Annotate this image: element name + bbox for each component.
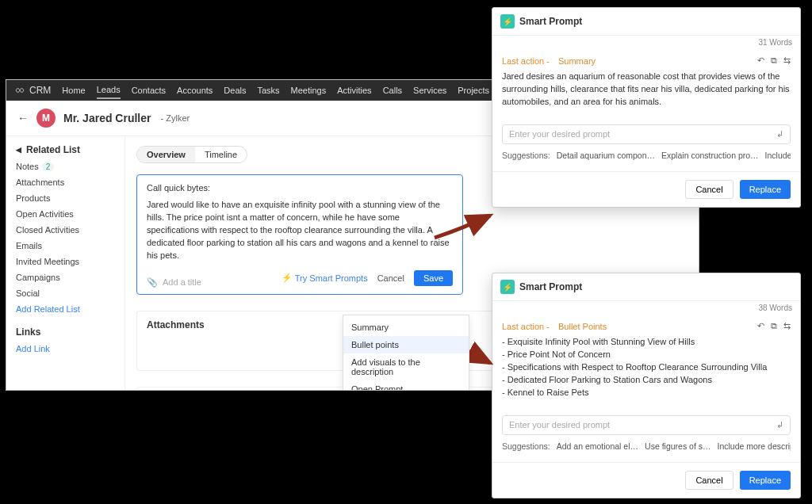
- send-icon[interactable]: ↲: [776, 129, 783, 139]
- tabs: Overview Timeline: [136, 146, 247, 163]
- note-body-text[interactable]: Jared would like to have an exquisite in…: [147, 199, 453, 262]
- try-smart-prompts-button[interactable]: ⚡Try Smart Prompts: [282, 273, 368, 283]
- bullet-1: Exquisite Infinity Pool with Stunning Vi…: [502, 336, 791, 349]
- copy-icon[interactable]: ⧉: [771, 55, 777, 66]
- bullet-2: Price Point Not of Concern: [502, 349, 791, 361]
- note-save-button[interactable]: Save: [414, 270, 453, 286]
- popup2-replace-button[interactable]: Replace: [740, 471, 791, 490]
- nav-meetings[interactable]: Meetings: [291, 86, 327, 95]
- note-editor[interactable]: Call quick bytes: Jared would like to ha…: [136, 174, 463, 295]
- smart-prompt-icon: ⚡: [500, 280, 515, 294]
- popup2-placeholder: Enter your desired prompt: [509, 420, 776, 430]
- sidebar-item-social[interactable]: Social: [16, 288, 115, 298]
- adjust-icon[interactable]: ⇆: [783, 321, 791, 331]
- sugg-3[interactable]: Include more descriptive la…: [718, 441, 791, 451]
- back-arrow-icon[interactable]: ←: [17, 112, 29, 124]
- sugg-1[interactable]: Detail aquarium compon…: [557, 151, 655, 160]
- popup1-prompt-input[interactable]: Enter your desired prompt ↲: [502, 124, 791, 144]
- popup1-placeholder: Enter your desired prompt: [509, 129, 776, 139]
- popup1-last-action: Last action - Summary ↶ ⧉ ⇆: [502, 55, 791, 66]
- sidebar-item-attachments[interactable]: Attachments: [16, 178, 115, 187]
- sugg-3[interactable]: Include a diag…: [765, 151, 791, 160]
- sugg-label: Suggestions:: [502, 441, 550, 451]
- add-related-list-link[interactable]: Add Related List: [16, 304, 115, 314]
- tab-overview[interactable]: Overview: [137, 147, 195, 162]
- popup2-title: Smart Prompt: [519, 281, 582, 292]
- sugg-label: Suggestions:: [502, 151, 550, 160]
- nav-home[interactable]: Home: [62, 86, 85, 95]
- smart-prompt-icon: ⚡: [500, 14, 515, 29]
- infinity-icon: [14, 85, 25, 96]
- undo-icon[interactable]: ↶: [757, 321, 764, 331]
- sugg-2[interactable]: Explain construction pro…: [661, 151, 759, 160]
- popup2-header: ⚡ Smart Prompt: [492, 273, 800, 301]
- bullet-5: Kennel to Raise Pets: [502, 387, 791, 399]
- popup1-header: ⚡ Smart Prompt: [492, 8, 800, 36]
- nav-accounts[interactable]: Accounts: [177, 86, 213, 95]
- smart-prompt-popup-bullets: ⚡ Smart Prompt 38 Words Last action - Bu…: [492, 273, 801, 498]
- undo-icon[interactable]: ↶: [757, 55, 764, 66]
- attach-icon[interactable]: 📎: [147, 277, 158, 288]
- note-title-row: 📎 Add a title: [147, 277, 201, 288]
- sidebar-item-products[interactable]: Products: [16, 193, 115, 203]
- brand: CRM: [14, 85, 51, 96]
- lead-company: - Zylker: [161, 113, 190, 123]
- popup1-replace-button[interactable]: Replace: [740, 180, 791, 199]
- menu-add-visuals[interactable]: Add visuals to the description: [343, 353, 469, 380]
- popup2-cancel-button[interactable]: Cancel: [685, 471, 733, 490]
- sugg-2[interactable]: Use figures of s…: [645, 441, 710, 451]
- related-list-title: ◀Related List: [16, 144, 115, 155]
- sidebar-item-invited-meetings[interactable]: Invited Meetings: [16, 257, 115, 266]
- menu-summary[interactable]: Summary: [343, 319, 469, 336]
- popup1-text: Jared desires an aquarium of reasonable …: [502, 71, 791, 109]
- sparkle-icon: ⚡: [282, 273, 293, 283]
- avatar: M: [36, 109, 56, 128]
- smart-prompt-popup-summary: ⚡ Smart Prompt 31 Words Last action - Su…: [492, 7, 801, 208]
- send-icon[interactable]: ↲: [776, 420, 783, 430]
- popup2-suggestions: Suggestions: Add an emotional el… Use fi…: [502, 441, 791, 451]
- nav-contacts[interactable]: Contacts: [132, 86, 166, 95]
- add-title-placeholder[interactable]: Add a title: [163, 277, 201, 287]
- smart-prompt-menu: Summary Bullet points Add visuals to the…: [343, 315, 469, 391]
- related-list-sidebar: ◀Related List Notes2 Attachments Product…: [6, 136, 125, 389]
- app-name: CRM: [29, 85, 51, 96]
- sidebar-item-closed-activities[interactable]: Closed Activities: [16, 225, 115, 235]
- nav-tasks[interactable]: Tasks: [257, 86, 279, 95]
- sidebar-item-open-activities[interactable]: Open Activities: [16, 209, 115, 219]
- popup2-last-action: Last action - Bullet Points ↶ ⧉ ⇆: [502, 321, 791, 331]
- popup1-cancel-button[interactable]: Cancel: [685, 180, 733, 199]
- popup2-prompt-input[interactable]: Enter your desired prompt ↲: [502, 415, 791, 435]
- sugg-1[interactable]: Add an emotional el…: [557, 441, 638, 451]
- popup1-suggestions: Suggestions: Detail aquarium compon… Exp…: [502, 151, 791, 160]
- popup1-wordcount: 31 Words: [492, 36, 800, 49]
- bullet-3: Specifications with Respect to Rooftop C…: [502, 361, 791, 374]
- copy-icon[interactable]: ⧉: [771, 321, 777, 331]
- nav-leads[interactable]: Leads: [97, 85, 121, 99]
- menu-bullet-points[interactable]: Bullet points: [343, 336, 469, 353]
- nav-calls[interactable]: Calls: [383, 86, 402, 95]
- sidebar-item-emails[interactable]: Emails: [16, 241, 115, 250]
- adjust-icon[interactable]: ⇆: [783, 55, 791, 66]
- nav-deals[interactable]: Deals: [224, 86, 246, 95]
- nav-services[interactable]: Services: [413, 86, 446, 95]
- popup2-wordcount: 38 Words: [492, 301, 800, 315]
- menu-open-prompt[interactable]: Open Prompt: [343, 380, 469, 391]
- links-title: Links: [16, 326, 115, 338]
- nav-activities[interactable]: Activities: [337, 86, 371, 95]
- popup1-title: Smart Prompt: [519, 16, 582, 27]
- bullet-4: Dedicated Floor Parking to Station Cars …: [502, 374, 791, 387]
- nav-projects[interactable]: Projects: [458, 86, 489, 95]
- popup2-text: Exquisite Infinity Pool with Stunning Vi…: [502, 336, 791, 399]
- add-link[interactable]: Add Link: [16, 344, 115, 353]
- lead-name: Mr. Jared Cruller: [63, 112, 151, 124]
- note-call-title: Call quick bytes:: [147, 183, 453, 193]
- notes-badge: 2: [42, 162, 55, 171]
- sidebar-item-campaigns[interactable]: Campaigns: [16, 273, 115, 282]
- avatar-initial: M: [42, 113, 50, 124]
- tab-timeline[interactable]: Timeline: [195, 147, 247, 162]
- sidebar-item-notes[interactable]: Notes2: [16, 162, 115, 171]
- note-cancel-button[interactable]: Cancel: [377, 273, 404, 283]
